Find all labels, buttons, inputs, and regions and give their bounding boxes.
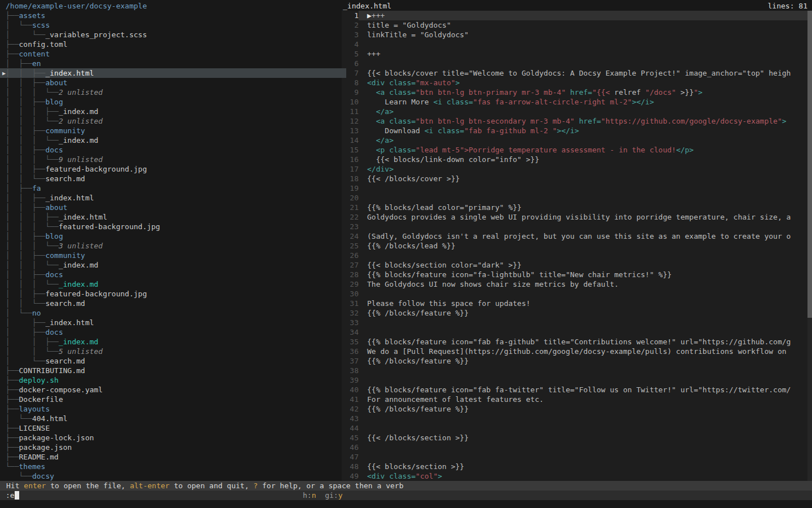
tree-item[interactable]: │ │ │ └──3 unlisted xyxy=(0,241,346,251)
tree-item-prefix: │ │ │ └── xyxy=(6,242,59,250)
line-content xyxy=(359,59,807,68)
scrollbar-thumb[interactable] xyxy=(807,11,812,318)
tree-item-name: scss xyxy=(32,21,50,29)
code-line: 16 {{< blocks/link-down color="info" >}} xyxy=(342,155,807,164)
tree-item[interactable]: │ │ ├──about xyxy=(0,78,346,87)
tree-item-prefix: │ │ ├── xyxy=(6,69,45,77)
tree-item-prefix: │ │ ├── xyxy=(6,126,45,135)
tree-item[interactable]: │ ├──_index.html xyxy=(0,318,346,327)
code-line: 31Please follow this space for updates! xyxy=(342,299,807,308)
tree-item[interactable]: ├──docker-compose.yaml xyxy=(0,385,346,395)
code-line: 8<div class="mx-auto"> xyxy=(342,78,807,87)
tree-item-prefix: │ │ │ └── xyxy=(6,261,59,269)
tree-item[interactable]: │ │ ├──featured-background.jpg xyxy=(0,289,346,299)
tree-item-prefix: │ │ ├── xyxy=(6,251,45,260)
tree-item[interactable]: │ │ ├──_index.html xyxy=(0,193,346,203)
tree-item-name: LICENSE xyxy=(19,424,50,432)
tree-item[interactable]: │ │ └──search.md xyxy=(0,174,346,183)
tree-item[interactable]: ├──LICENSE xyxy=(0,423,346,433)
tree-item[interactable]: │ │ ├──docs xyxy=(0,145,346,155)
line-content xyxy=(359,318,807,327)
preview-scrollbar[interactable] xyxy=(807,11,812,481)
key-hint: alt-enter xyxy=(130,481,169,490)
tree-item[interactable]: │ │ │ └──_index.md xyxy=(0,279,346,289)
line-content xyxy=(359,193,807,203)
tree-item[interactable]: │ ├──fa xyxy=(0,183,346,193)
tree-item[interactable]: ▶│ │ ├──_index.html xyxy=(0,68,346,78)
tree-item[interactable]: ├──README.md xyxy=(0,452,346,462)
tree-item[interactable]: ├──deploy.sh xyxy=(0,375,346,385)
code-line: 24(Sadly, Goldydocs isn't a real project… xyxy=(342,231,807,241)
tree-item[interactable]: ├──config.toml xyxy=(0,40,346,49)
line-content xyxy=(359,183,807,193)
line-content: {{% /blocks/feature %}} xyxy=(359,404,807,414)
tree-item-prefix: │ │ └── xyxy=(6,299,45,308)
line-content: <a class="btn btn-lg btn-primary mr-3 mb… xyxy=(359,87,807,97)
tree-item[interactable]: └──themes xyxy=(0,462,346,471)
tree-item[interactable]: ├──CONTRIBUTING.md xyxy=(0,366,346,375)
tree-item[interactable]: │ │ ├──community xyxy=(0,251,346,260)
tree-item[interactable]: │ │ │ └──9 unlisted xyxy=(0,155,346,164)
command-input[interactable]: :e xyxy=(6,491,19,500)
tree-item[interactable]: │ │ ├──_index.md xyxy=(0,337,346,347)
line-content: {{< /blocks/cover >}} xyxy=(359,174,807,183)
code-line: 2title = "Goldydocs" xyxy=(342,20,807,30)
tree-item[interactable]: │ │ └──search.md xyxy=(0,299,346,308)
code-line: 39 xyxy=(342,375,807,385)
line-content: <div class="col"> xyxy=(359,471,807,481)
tree-item[interactable]: │ ├──docs xyxy=(0,327,346,337)
tree-item-name: 3 unlisted xyxy=(59,242,103,250)
tree-item[interactable]: ├──content xyxy=(0,49,346,59)
code-line: 5+++ xyxy=(342,49,807,59)
tree-item[interactable]: │ └──_variables_project.scss xyxy=(0,30,346,40)
tree-item[interactable]: │ ├──en xyxy=(0,59,346,68)
tree-item[interactable]: │ │ └──5 unlisted xyxy=(0,347,346,356)
line-content xyxy=(359,414,807,423)
tree-item[interactable]: │ │ │ └──featured-background.jpg xyxy=(0,222,346,231)
tree-item-name: docs xyxy=(45,146,63,154)
tree-item[interactable]: ├──package.json xyxy=(0,443,346,452)
tree-item[interactable]: └──docsy xyxy=(0,471,346,481)
tree-item[interactable]: │ │ │ └──2 unlisted xyxy=(0,116,346,126)
status-bar: Hit enter to open the file, alt-enter to… xyxy=(0,481,812,491)
tree-item-name: _index.md xyxy=(59,280,98,288)
tree-item[interactable]: │ │ │ ├──_index.html xyxy=(0,212,346,222)
tree-item[interactable]: │ │ │ └──_index.md xyxy=(0,260,346,270)
code-line: 44 xyxy=(342,423,807,433)
tree-item-name: community xyxy=(45,126,85,135)
tree-item-prefix: │ └── xyxy=(6,21,32,29)
tree-item[interactable]: │ │ ├──about xyxy=(0,203,346,212)
code-area: 1▶+++2title = "Goldydocs"3linkTitle = "G… xyxy=(342,11,807,481)
tree-item-prefix: │ └── xyxy=(6,414,32,423)
tree-item-name: CONTRIBUTING.md xyxy=(19,366,85,375)
tree-item[interactable]: │ │ ├──community xyxy=(0,126,346,135)
line-content: {{% blocks/feature icon="fa-lightbulb" t… xyxy=(359,270,807,279)
tree-item[interactable]: ├──assets xyxy=(0,11,346,20)
tree-item[interactable]: │ └──search.md xyxy=(0,356,346,366)
tree-item-prefix: ├── xyxy=(6,433,19,442)
tree-item[interactable]: │ │ │ ├──_index.md xyxy=(0,107,346,116)
tree-item[interactable]: │ │ ├──docs xyxy=(0,270,346,279)
tree-item-name: docker-compose.yaml xyxy=(19,386,103,394)
tree-item[interactable]: ├──package-lock.json xyxy=(0,433,346,443)
tree-item[interactable]: │ │ ├──featured-background.jpg xyxy=(0,164,346,174)
code-line: 12 <a class="btn btn-lg btn-secondary mr… xyxy=(342,116,807,126)
tree-item[interactable]: │ │ │ └──_index.md xyxy=(0,135,346,145)
tree-item[interactable]: │ │ ├──blog xyxy=(0,231,346,241)
tree-item[interactable]: ├──Dockerfile xyxy=(0,395,346,404)
tree-item[interactable]: │ └──scss xyxy=(0,20,346,30)
tree-item[interactable]: │ └──404.html xyxy=(0,414,346,423)
tree-item-name: package.json xyxy=(19,443,72,452)
tree-item[interactable]: │ │ ├──blog xyxy=(0,97,346,107)
line-content xyxy=(359,375,807,385)
tree-item-name: _index.html xyxy=(45,318,94,327)
tree-item-name: 9 unlisted xyxy=(59,155,103,164)
command-input-line[interactable]: :e h:n gi:y xyxy=(0,491,812,500)
tree-item[interactable]: ├──layouts xyxy=(0,404,346,414)
tree-item-prefix: │ └── xyxy=(6,309,32,317)
tree-item[interactable]: │ └──no xyxy=(0,308,346,318)
tree-item-prefix: │ └── xyxy=(6,30,45,39)
tree-item-prefix: │ │ ├── xyxy=(6,78,45,87)
tree-item[interactable]: │ │ │ └──2 unlisted xyxy=(0,87,346,97)
code-line: 33 xyxy=(342,318,807,327)
